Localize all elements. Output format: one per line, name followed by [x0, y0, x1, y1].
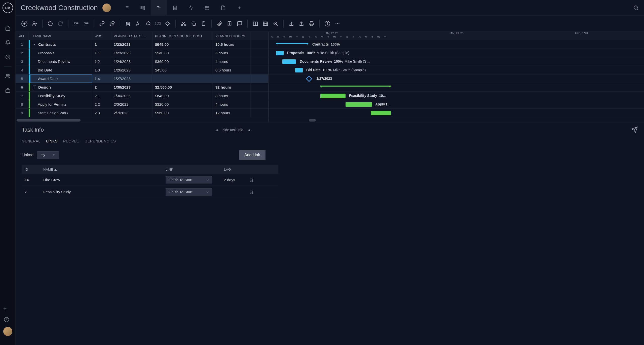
- table-row[interactable]: 7Feasibility Study2.11/30/2023$640.008 h…: [16, 92, 268, 100]
- view-board[interactable]: [135, 0, 151, 15]
- links-col-id[interactable]: ID: [22, 168, 40, 171]
- hours-cell[interactable]: 6 hours: [213, 49, 251, 57]
- columns-icon[interactable]: [252, 20, 259, 27]
- zoom-icon[interactable]: [272, 20, 279, 27]
- linked-direction-select[interactable]: To: [37, 151, 59, 159]
- view-sheet[interactable]: [167, 0, 183, 15]
- wbs-cell[interactable]: 1.1: [92, 49, 111, 57]
- redo-icon[interactable]: [57, 20, 64, 27]
- more-icon[interactable]: [334, 20, 341, 27]
- undo-icon[interactable]: [47, 20, 54, 27]
- wbs-cell[interactable]: 1.4: [92, 74, 111, 83]
- task-name-cell[interactable]: Bid Date: [30, 66, 92, 74]
- link-lag-cell[interactable]: 2 days: [221, 178, 246, 182]
- table-row[interactable]: 2Proposals1.11/23/2023$540.006 hours: [16, 49, 268, 57]
- collapse-toggle[interactable]: −: [33, 43, 36, 46]
- milestone-icon[interactable]: [164, 20, 171, 27]
- cut-icon[interactable]: [180, 20, 187, 27]
- info-icon[interactable]: [324, 20, 331, 27]
- text-style-icon[interactable]: [134, 20, 142, 27]
- cost-cell[interactable]: $640.00: [153, 92, 213, 100]
- start-cell[interactable]: 1/23/2023: [111, 40, 153, 49]
- gantt-task-bar[interactable]: [346, 102, 372, 107]
- task-name-cell[interactable]: −Design: [30, 83, 92, 91]
- help-icon[interactable]: [3, 316, 10, 323]
- tab-dependencies[interactable]: DEPENDENCIES: [85, 138, 116, 144]
- view-activity[interactable]: [183, 0, 199, 15]
- hours-cell[interactable]: 10.5 hours: [213, 40, 251, 49]
- task-name-cell[interactable]: Proposals: [30, 49, 92, 57]
- table-row[interactable]: 8Apply for Permits2.22/3/2023$320.004 ho…: [16, 100, 268, 109]
- view-gantt[interactable]: [151, 0, 167, 15]
- gantt-task-bar[interactable]: [320, 94, 346, 98]
- gantt-task-bar[interactable]: [282, 59, 296, 64]
- hours-cell[interactable]: 12 hours: [213, 109, 251, 117]
- add-task-icon[interactable]: [21, 20, 28, 27]
- links-col-name[interactable]: NAME: [40, 168, 163, 171]
- start-cell[interactable]: 1/23/2023: [111, 49, 153, 57]
- briefcase-icon[interactable]: [5, 87, 11, 94]
- task-name-cell[interactable]: −Contracts: [30, 40, 92, 49]
- wbs-cell[interactable]: 2.3: [92, 109, 111, 117]
- start-cell[interactable]: 2/3/2023: [111, 100, 153, 108]
- col-header-name[interactable]: TASK NAME: [30, 32, 92, 40]
- task-name-cell[interactable]: Documents Review: [30, 57, 92, 66]
- table-row[interactable]: 4Bid Date1.31/26/2023$45.000.5 hours: [16, 66, 268, 74]
- people-icon[interactable]: [5, 73, 11, 79]
- grid-horizontal-scrollbar[interactable]: [16, 119, 268, 122]
- start-cell[interactable]: 1/30/2023: [111, 83, 153, 91]
- wbs-cell[interactable]: 2: [92, 83, 111, 91]
- start-cell[interactable]: 1/30/2023: [111, 92, 153, 100]
- number-format-label[interactable]: 123: [155, 21, 161, 26]
- add-person-icon[interactable]: [31, 20, 38, 27]
- task-name-cell[interactable]: Apply for Permits: [30, 100, 92, 108]
- task-name-cell[interactable]: Award Date: [30, 74, 92, 83]
- print-icon[interactable]: [308, 20, 315, 27]
- links-col-link[interactable]: LINK: [163, 168, 221, 171]
- gantt-task-bar[interactable]: [295, 68, 303, 72]
- hours-cell[interactable]: 4 hours: [213, 100, 251, 108]
- gantt-horizontal-scrollbar[interactable]: [269, 119, 644, 122]
- wbs-cell[interactable]: 1: [92, 40, 111, 49]
- hours-cell[interactable]: [213, 74, 251, 83]
- link-icon[interactable]: [98, 20, 106, 27]
- cost-cell[interactable]: $945.00: [153, 40, 213, 49]
- col-header-cost[interactable]: PLANNED RESOURCE COST: [153, 32, 213, 40]
- home-icon[interactable]: [5, 25, 11, 31]
- gantt-summary-bar[interactable]: [276, 43, 308, 45]
- start-cell[interactable]: 2/7/2023: [111, 109, 153, 117]
- cost-cell[interactable]: $45.00: [153, 66, 213, 74]
- tab-general[interactable]: GENERAL: [22, 138, 41, 144]
- import-icon[interactable]: [288, 20, 295, 27]
- delete-icon[interactable]: [124, 20, 132, 27]
- start-cell[interactable]: 1/26/2023: [111, 66, 153, 74]
- cost-cell[interactable]: $540.00: [153, 49, 213, 57]
- send-icon[interactable]: [631, 126, 638, 133]
- copy-icon[interactable]: [190, 20, 197, 27]
- hours-cell[interactable]: 4 hours: [213, 57, 251, 66]
- table-row[interactable]: 3Documents Review1.21/24/2023$360.004 ho…: [16, 57, 268, 66]
- delete-link-icon[interactable]: [249, 178, 255, 182]
- add-icon[interactable]: +: [3, 305, 12, 312]
- collapse-toggle[interactable]: −: [33, 86, 36, 89]
- hours-cell[interactable]: 32 hours: [213, 83, 251, 91]
- gantt-milestone[interactable]: [306, 75, 312, 82]
- gantt-summary-bar[interactable]: [320, 86, 391, 88]
- wbs-cell[interactable]: 2.2: [92, 100, 111, 108]
- bell-icon[interactable]: [5, 39, 11, 46]
- gantt-task-bar[interactable]: [276, 51, 284, 55]
- table-row[interactable]: 1−Contracts11/23/2023$945.0010.5 hours: [16, 40, 268, 49]
- app-logo[interactable]: PM: [3, 3, 13, 13]
- start-cell[interactable]: 1/24/2023: [111, 57, 153, 66]
- link-type-select[interactable]: Finish To Start: [166, 188, 212, 196]
- view-list[interactable]: [119, 0, 135, 15]
- cost-cell[interactable]: $320.00: [153, 100, 213, 108]
- project-avatar[interactable]: [102, 4, 111, 12]
- cost-cell[interactable]: $960.00: [153, 109, 213, 117]
- wbs-cell[interactable]: 2.1: [92, 92, 111, 100]
- cost-cell[interactable]: [153, 74, 213, 83]
- wbs-cell[interactable]: 1.3: [92, 66, 111, 74]
- start-cell[interactable]: 1/27/2023: [111, 74, 153, 83]
- paste-icon[interactable]: [200, 20, 207, 27]
- indent-icon[interactable]: [83, 20, 90, 27]
